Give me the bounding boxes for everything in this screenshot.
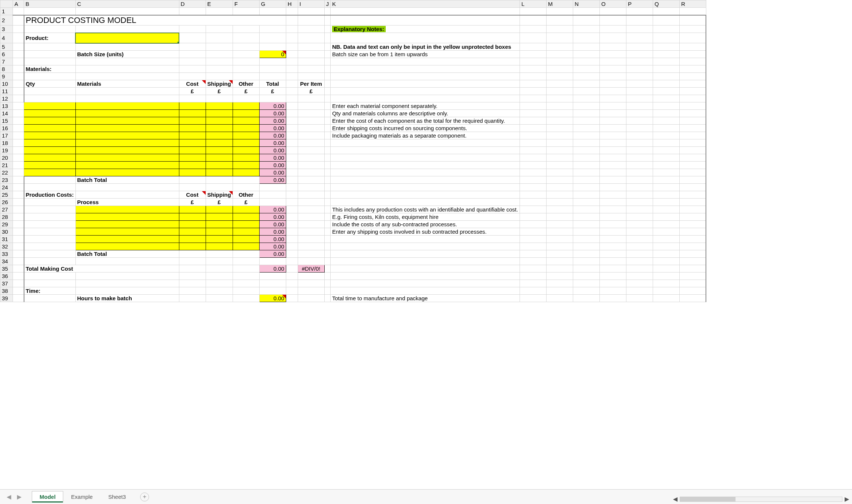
row-header-24[interactable]: 24 — [0, 184, 13, 191]
cell-E35[interactable] — [206, 265, 233, 273]
cell-L32[interactable] — [520, 243, 546, 250]
cell-I10[interactable]: Per Item — [298, 80, 324, 88]
cell-H18[interactable] — [286, 139, 298, 147]
col-header-M[interactable]: M — [546, 0, 573, 8]
cell-K19[interactable] — [331, 147, 520, 154]
cell-N38[interactable] — [573, 287, 599, 295]
cell-M27[interactable] — [546, 206, 573, 213]
cell-D4[interactable] — [179, 33, 206, 43]
cell-I26[interactable] — [298, 199, 324, 206]
cell-R24[interactable] — [679, 184, 706, 191]
cell-Q29[interactable] — [653, 221, 679, 228]
cell-G8[interactable] — [259, 65, 286, 73]
cell-E30[interactable] — [206, 228, 233, 236]
cell-Q10[interactable] — [653, 80, 679, 88]
cell-D22[interactable] — [179, 169, 206, 176]
cell-J11[interactable] — [324, 88, 331, 95]
cell-O9[interactable] — [599, 73, 626, 80]
cell-C13[interactable] — [75, 102, 179, 110]
cell-B15[interactable] — [24, 117, 76, 125]
cell-C14[interactable] — [75, 110, 179, 117]
cell-O33[interactable] — [599, 250, 626, 258]
row-header-6[interactable]: 6 — [0, 51, 13, 58]
cell-D14[interactable] — [179, 110, 206, 117]
cell-J3[interactable] — [324, 26, 331, 33]
row-header-10[interactable]: 10 — [0, 80, 13, 88]
cell-Q24[interactable] — [653, 184, 679, 191]
cell-K12[interactable] — [331, 95, 520, 102]
cell-D10[interactable]: Cost — [179, 80, 206, 88]
cell-A14[interactable] — [13, 110, 24, 117]
row-header-2[interactable]: 2 — [0, 15, 13, 26]
row-header-32[interactable]: 32 — [0, 243, 13, 250]
cell-N5[interactable] — [573, 43, 599, 51]
cell-P19[interactable] — [626, 147, 653, 154]
row-header-14[interactable]: 14 — [0, 110, 13, 117]
cell-P30[interactable] — [626, 228, 653, 236]
cell-C39[interactable]: Hours to make batch — [75, 295, 179, 302]
cell-F3[interactable] — [233, 26, 259, 33]
cell-I2[interactable] — [298, 15, 324, 26]
cell-P17[interactable] — [626, 132, 653, 139]
cell-F13[interactable] — [233, 102, 259, 110]
cell-D7[interactable] — [179, 58, 206, 65]
row-header-9[interactable]: 9 — [0, 73, 13, 80]
select-all-corner[interactable] — [0, 0, 13, 8]
cell-M30[interactable] — [546, 228, 573, 236]
cell-R18[interactable] — [679, 139, 706, 147]
cell-B5[interactable] — [24, 43, 76, 51]
cell-D35[interactable] — [179, 265, 206, 273]
cell-F29[interactable] — [233, 221, 259, 228]
col-header-H[interactable]: H — [286, 0, 298, 8]
cell-G24[interactable] — [259, 184, 286, 191]
cell-H17[interactable] — [286, 132, 298, 139]
row-header-5[interactable]: 5 — [0, 43, 13, 51]
cell-R19[interactable] — [679, 147, 706, 154]
cell-M5[interactable] — [546, 43, 573, 51]
cell-M24[interactable] — [546, 184, 573, 191]
cell-Q25[interactable] — [653, 191, 679, 199]
cell-A19[interactable] — [13, 147, 24, 154]
cell-E32[interactable] — [206, 243, 233, 250]
cell-H11[interactable] — [286, 88, 298, 95]
cell-D9[interactable] — [179, 73, 206, 80]
cell-N21[interactable] — [573, 162, 599, 169]
cell-E1[interactable] — [206, 8, 233, 15]
cell-G27[interactable]: 0.00 — [259, 206, 286, 213]
cell-A36[interactable] — [13, 273, 24, 280]
cell-E36[interactable] — [206, 273, 233, 280]
cell-K33[interactable] — [331, 250, 520, 258]
cell-C7[interactable] — [75, 58, 179, 65]
cell-D29[interactable] — [179, 221, 206, 228]
cell-E11[interactable]: £ — [206, 88, 233, 95]
cell-L31[interactable] — [520, 236, 546, 243]
col-header-B[interactable]: B — [24, 0, 76, 8]
cell-L7[interactable] — [520, 58, 546, 65]
cell-C18[interactable] — [75, 139, 179, 147]
cell-L22[interactable] — [520, 169, 546, 176]
cell-J13[interactable] — [324, 102, 331, 110]
cell-O38[interactable] — [599, 287, 626, 295]
cell-G28[interactable]: 0.00 — [259, 213, 286, 221]
col-header-I[interactable]: I — [298, 0, 324, 8]
cell-R10[interactable] — [679, 80, 706, 88]
cell-E19[interactable] — [206, 147, 233, 154]
cell-E17[interactable] — [206, 132, 233, 139]
cell-N6[interactable] — [573, 51, 599, 58]
cell-B23[interactable] — [24, 176, 76, 184]
cell-F24[interactable] — [233, 184, 259, 191]
cell-L21[interactable] — [520, 162, 546, 169]
cell-N30[interactable] — [573, 228, 599, 236]
cell-D26[interactable]: £ — [179, 199, 206, 206]
cell-P29[interactable] — [626, 221, 653, 228]
cell-O6[interactable] — [599, 51, 626, 58]
cell-F23[interactable] — [233, 176, 259, 184]
cell-M14[interactable] — [546, 110, 573, 117]
cell-E37[interactable] — [206, 280, 233, 287]
cell-L20[interactable] — [520, 154, 546, 162]
cell-P12[interactable] — [626, 95, 653, 102]
cell-O37[interactable] — [599, 280, 626, 287]
cell-C16[interactable] — [75, 125, 179, 132]
cell-P36[interactable] — [626, 273, 653, 280]
cell-R14[interactable] — [679, 110, 706, 117]
